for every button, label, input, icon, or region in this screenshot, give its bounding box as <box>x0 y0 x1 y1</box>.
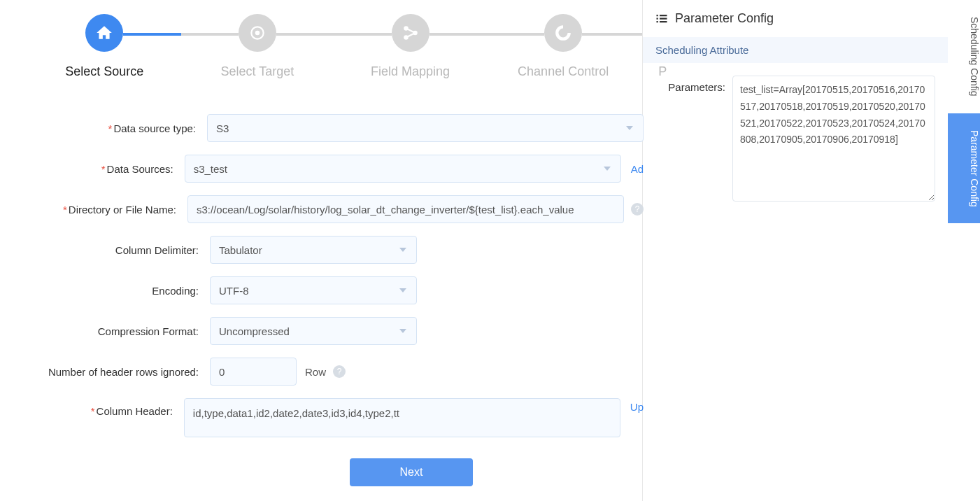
step-label: Select Source <box>28 64 181 79</box>
step-label: Channel Control <box>487 64 640 79</box>
help-icon[interactable]: ? <box>631 203 644 216</box>
vtab-parameter-config[interactable]: Parameter Config <box>948 113 980 224</box>
textarea-col-header[interactable] <box>184 398 620 437</box>
row-unit: Row <box>305 366 326 378</box>
stepper: Select Source Select Target Field Mappin… <box>28 14 686 79</box>
input-header-rows[interactable] <box>210 358 297 386</box>
select-compression[interactable]: Uncompressed <box>210 317 417 345</box>
svg-point-7 <box>255 31 260 36</box>
step-select-source[interactable]: Select Source <box>28 14 181 79</box>
input-directory[interactable] <box>187 195 624 223</box>
parameter-config-panel: Parameter Config Scheduling Attribute Pa… <box>642 0 948 501</box>
source-form: Data source type: S3 Data Sources: s3_te… <box>28 114 644 486</box>
label-compression: Compression Format: <box>28 325 210 337</box>
step-label: Select Target <box>181 64 334 79</box>
label-col-delim: Column Delimiter: <box>28 244 210 256</box>
label-col-header: Column Header: <box>28 398 184 417</box>
label-data-source-type: Data source type: <box>28 122 207 134</box>
channel-icon <box>554 24 572 42</box>
next-button[interactable]: Next <box>350 458 473 486</box>
help-icon[interactable]: ? <box>333 365 346 378</box>
main-wizard: Select Source Select Target Field Mappin… <box>0 0 642 501</box>
select-data-source-type[interactable]: S3 <box>207 114 644 142</box>
right-vertical-tabs: Scheduling Config Parameter Config <box>947 0 980 501</box>
label-data-sources: Data Sources: <box>28 163 185 175</box>
mapping-icon <box>402 24 420 42</box>
target-icon <box>248 24 267 42</box>
label-header-rows: Number of header rows ignored: <box>28 366 210 378</box>
panel-title-text: Parameter Config <box>675 11 774 26</box>
panel-title: Parameter Config <box>643 0 948 37</box>
step-label: P <box>639 64 686 79</box>
parameters-textarea[interactable] <box>732 76 935 202</box>
select-encoding[interactable]: UTF-8 <box>210 276 417 304</box>
select-data-sources[interactable]: s3_test <box>185 155 621 183</box>
step-label: Field Mapping <box>334 64 487 79</box>
house-icon <box>95 24 113 42</box>
select-col-delim[interactable]: Tabulator <box>210 236 417 264</box>
step-field-mapping[interactable]: Field Mapping <box>334 14 487 79</box>
step-more[interactable]: P <box>639 14 686 79</box>
panel-section-scheduling-attribute: Scheduling Attribute <box>643 37 948 63</box>
label-encoding: Encoding: <box>28 285 210 297</box>
vtab-scheduling-config[interactable]: Scheduling Config <box>948 0 980 113</box>
label-directory: Directory or File Name: <box>28 204 187 216</box>
col-header-up-link[interactable]: Up <box>630 398 644 413</box>
step-select-target[interactable]: Select Target <box>181 14 334 79</box>
data-sources-add-link[interactable]: Ad <box>631 163 644 175</box>
step-channel-control[interactable]: Channel Control <box>487 14 640 79</box>
